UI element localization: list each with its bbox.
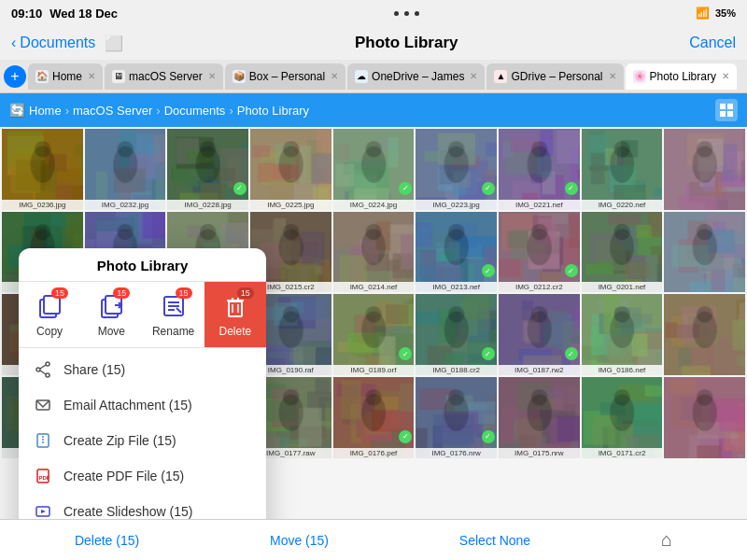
breadcrumb-home[interactable]: Home — [29, 104, 62, 118]
photo-cell[interactable] — [664, 129, 745, 210]
tab-macos-close[interactable]: ✕ — [208, 71, 216, 81]
photo-cell[interactable] — [664, 212, 745, 293]
photo-label: IMG_0236.jpg — [2, 200, 83, 210]
svg-line-24 — [40, 371, 46, 374]
photo-cell[interactable]: IMG_0212.cr2✓ — [499, 212, 580, 293]
photo-cell[interactable]: IMG_0214.nef — [333, 212, 415, 293]
photo-label: IMG_0176.nrw — [416, 448, 497, 458]
move-button[interactable]: Move (15) — [270, 533, 329, 548]
photo-cell[interactable]: IMG_0225.jpg — [250, 129, 331, 210]
tab-box-close[interactable]: ✕ — [331, 71, 338, 81]
grid-view-button[interactable] — [715, 99, 738, 121]
battery: 35% — [715, 7, 736, 19]
menu-item-slideshow[interactable]: Create Slideshow (15) — [19, 494, 266, 519]
check-badge: ✓ — [565, 182, 578, 195]
photo-cell[interactable]: IMG_0224.jpg✓ — [333, 129, 415, 210]
breadcrumb-macos[interactable]: macOS Server — [73, 104, 152, 118]
share-icon — [34, 360, 52, 379]
photo-cell[interactable]: IMG_0228.jpg✓ — [167, 129, 248, 210]
tab-home[interactable]: 🏠 Home ✕ — [28, 63, 103, 90]
photo-cell[interactable]: IMG_0220.nef — [582, 129, 663, 210]
action-rename[interactable]: 15 Rename — [143, 282, 204, 347]
menu-item-pdf[interactable]: PDF Create PDF File (15) — [19, 458, 266, 494]
delete-button[interactable]: Delete (15) — [75, 533, 139, 548]
box-tab-icon: 📦 — [233, 70, 246, 83]
select-none-button[interactable]: Select None — [459, 533, 530, 548]
photo-cell[interactable]: IMG_0176.pef✓ — [333, 377, 415, 458]
photo-label: IMG_0187.rw2 — [499, 365, 580, 375]
photo-cell[interactable]: IMG_0223.jpg✓ — [416, 129, 497, 210]
bc-sep3: › — [229, 104, 233, 118]
photo-cell[interactable]: IMG_0221.nef✓ — [499, 129, 580, 210]
move-badge: 15 — [113, 287, 130, 299]
tab-gdrive[interactable]: ▲ GDrive – Personal ✕ — [486, 63, 623, 90]
photo-cell[interactable]: IMG_0188.cr2✓ — [416, 294, 497, 375]
action-delete[interactable]: 15 Delete — [204, 282, 266, 347]
photo-cell[interactable] — [664, 377, 745, 458]
grid-icon — [720, 104, 733, 117]
photo-label: IMG_0175.nrw — [499, 448, 580, 458]
menu-item-zip[interactable]: Create Zip File (15) — [19, 423, 266, 458]
tab-home-close[interactable]: ✕ — [88, 71, 95, 81]
gdrive-tab-icon: ▲ — [494, 70, 507, 83]
tab-onedrive[interactable]: ☁ OneDrive – James ✕ — [347, 63, 485, 90]
context-menu-title: Photo Library — [19, 248, 266, 282]
svg-rect-1 — [727, 104, 733, 109]
context-menu-items: Share (15) Email Attachment (15) Create … — [19, 348, 266, 519]
zip-icon — [34, 431, 52, 450]
photo-cell[interactable]: IMG_0186.nef — [582, 294, 663, 375]
photo-label: IMG_0225.jpg — [250, 200, 331, 210]
photo-cell[interactable]: IMG_0187.rw2✓ — [499, 294, 580, 375]
photo-label: IMG_0213.nef — [416, 282, 497, 292]
pdf-label: Create PDF File (15) — [63, 469, 184, 483]
photo-cell[interactable]: IMG_0171.cr2 — [582, 377, 663, 458]
share-label: Share (15) — [63, 362, 125, 377]
time: 09:10 — [11, 7, 42, 21]
photo-cell[interactable]: IMG_0189.orf✓ — [333, 294, 415, 375]
tab-photo-library[interactable]: 🌸 Photo Library ✕ — [626, 63, 737, 90]
photo-cell[interactable]: IMG_0232.jpg — [85, 129, 166, 210]
context-menu: Photo Library 15 Copy 15 — [19, 248, 266, 519]
rename-badge: 15 — [176, 287, 192, 299]
svg-line-23 — [40, 365, 46, 369]
copy-label: Copy — [36, 325, 63, 338]
photo-label: IMG_0188.cr2 — [416, 365, 497, 375]
tab-home-label: Home — [52, 70, 82, 83]
breadcrumb-photolibrary[interactable]: Photo Library — [237, 104, 309, 118]
cancel-button[interactable]: Cancel — [689, 35, 736, 51]
tab-box[interactable]: 📦 Box – Personal ✕ — [225, 63, 345, 90]
title-bar: ‹ Documents ⬜ Photo Library Cancel — [0, 26, 747, 60]
tab-gdrive-label: GDrive – Personal — [511, 70, 602, 83]
breadcrumb-bar: 🔄 Home › macOS Server › Documents › Phot… — [0, 93, 747, 127]
action-move[interactable]: 15 Move — [80, 282, 142, 347]
menu-item-email[interactable]: Email Attachment (15) — [19, 387, 266, 423]
tab-onedrive-close[interactable]: ✕ — [470, 71, 477, 81]
photo-cell[interactable]: IMG_0236.jpg — [2, 129, 83, 210]
tab-onedrive-label: OneDrive – James — [372, 70, 464, 83]
dot1 — [394, 11, 399, 16]
date: Wed 18 Dec — [49, 7, 118, 21]
photo-label: IMG_0214.nef — [333, 282, 415, 292]
tab-photo-library-close[interactable]: ✕ — [722, 71, 729, 81]
back-button[interactable]: ‹ Documents ⬜ — [11, 35, 123, 52]
tab-macos-label: macOS Server — [129, 70, 203, 83]
dot2 — [404, 11, 409, 16]
breadcrumb-documents[interactable]: Documents — [164, 104, 226, 118]
pdf-icon: PDF — [34, 467, 52, 485]
home-button[interactable]: ⌂ — [661, 529, 672, 551]
add-tab-button[interactable]: + — [4, 65, 26, 88]
tab-gdrive-close[interactable]: ✕ — [609, 71, 616, 81]
photo-cell[interactable]: IMG_0176.nrw✓ — [416, 377, 497, 458]
email-icon — [34, 396, 52, 414]
photo-cell[interactable] — [664, 294, 745, 375]
photo-cell[interactable]: IMG_0175.nrw — [499, 377, 580, 458]
chevron-left-icon: ‹ — [11, 35, 16, 51]
zip-label: Create Zip File (15) — [63, 433, 176, 448]
menu-item-share[interactable]: Share (15) — [19, 352, 266, 387]
svg-rect-14 — [229, 301, 242, 316]
photo-cell[interactable]: IMG_0213.nef✓ — [416, 212, 497, 293]
tab-macos[interactable]: 🖥 macOS Server ✕ — [105, 63, 223, 90]
bc-sep2: › — [156, 104, 160, 118]
action-copy[interactable]: 15 Copy — [19, 282, 80, 347]
photo-cell[interactable]: IMG_0201.nef — [582, 212, 663, 293]
